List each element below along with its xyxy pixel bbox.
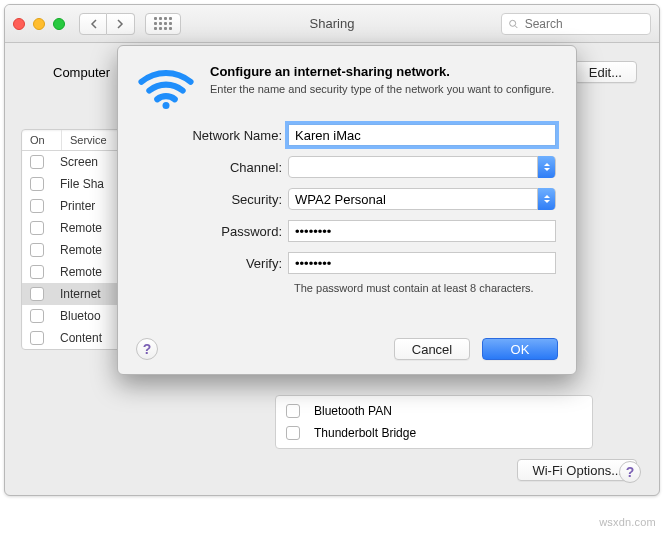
svg-line-1 [515, 25, 517, 27]
channel-select[interactable] [288, 156, 556, 178]
chevron-right-icon [117, 19, 124, 29]
service-checkbox[interactable] [30, 309, 44, 323]
password-input[interactable] [288, 220, 556, 242]
service-label: File Sha [60, 177, 104, 191]
service-label: Printer [60, 199, 95, 213]
close-icon[interactable] [13, 18, 25, 30]
verify-input[interactable] [288, 252, 556, 274]
help-button[interactable]: ? [619, 461, 641, 483]
watermark: wsxdn.com [599, 516, 656, 528]
preferences-window: Sharing Computer Edit... On Service Scre… [4, 4, 660, 496]
dropdown-arrows-icon [537, 188, 555, 210]
security-select[interactable]: WPA2 Personal [288, 188, 556, 210]
service-label: Remote [60, 243, 102, 257]
service-label: Remote [60, 221, 102, 235]
port-checkbox[interactable] [286, 426, 300, 440]
back-button[interactable] [79, 13, 107, 35]
service-checkbox[interactable] [30, 221, 44, 235]
service-label: Internet [60, 287, 101, 301]
edit-button[interactable]: Edit... [574, 61, 637, 83]
port-checkbox[interactable] [286, 404, 300, 418]
show-all-button[interactable] [145, 13, 181, 35]
service-checkbox[interactable] [30, 287, 44, 301]
service-label: Content [60, 331, 102, 345]
search-icon [508, 18, 519, 30]
service-checkbox[interactable] [30, 331, 44, 345]
port-label: Bluetooth PAN [314, 404, 392, 418]
port-row[interactable]: Bluetooth PAN [276, 400, 592, 422]
password-hint: The password must contain at least 8 cha… [294, 282, 556, 294]
sheet-title: Configure an internet-sharing network. [210, 64, 554, 79]
nav-buttons [79, 13, 135, 35]
port-row[interactable]: Thunderbolt Bridge [276, 422, 592, 444]
label-channel: Channel: [138, 160, 288, 175]
label-security: Security: [138, 192, 288, 207]
zoom-icon[interactable] [53, 18, 65, 30]
col-on[interactable]: On [22, 130, 62, 150]
service-checkbox[interactable] [30, 243, 44, 257]
search-field[interactable] [501, 13, 651, 35]
service-label: Bluetoo [60, 309, 101, 323]
sheet-form: Network Name: Channel: Security: WPA2 Pe… [138, 124, 556, 294]
svg-point-2 [163, 102, 170, 109]
svg-point-0 [510, 20, 516, 26]
label-network-name: Network Name: [138, 128, 288, 143]
search-input[interactable] [523, 16, 644, 32]
dropdown-arrows-icon [537, 156, 555, 178]
security-value: WPA2 Personal [295, 192, 386, 207]
grid-icon [154, 17, 172, 30]
label-password: Password: [138, 224, 288, 239]
network-name-input[interactable] [288, 124, 556, 146]
wifi-icon [138, 64, 194, 110]
service-checkbox[interactable] [30, 265, 44, 279]
label-verify: Verify: [138, 256, 288, 271]
sheet-subtitle: Enter the name and security type of the … [210, 82, 554, 96]
port-label: Thunderbolt Bridge [314, 426, 416, 440]
wifi-config-sheet: Configure an internet-sharing network. E… [117, 45, 577, 375]
window-controls [13, 18, 65, 30]
minimize-icon[interactable] [33, 18, 45, 30]
titlebar: Sharing [5, 5, 659, 43]
ok-button[interactable]: OK [482, 338, 558, 360]
sheet-help-button[interactable]: ? [136, 338, 158, 360]
service-label: Remote [60, 265, 102, 279]
service-label: Screen [60, 155, 98, 169]
cancel-button[interactable]: Cancel [394, 338, 470, 360]
ports-list: Bluetooth PANThunderbolt Bridge [275, 395, 593, 449]
service-checkbox[interactable] [30, 177, 44, 191]
computer-name-label: Computer [53, 65, 110, 80]
col-service[interactable]: Service [62, 130, 115, 150]
service-checkbox[interactable] [30, 199, 44, 213]
forward-button[interactable] [107, 13, 135, 35]
chevron-left-icon [90, 19, 97, 29]
service-checkbox[interactable] [30, 155, 44, 169]
